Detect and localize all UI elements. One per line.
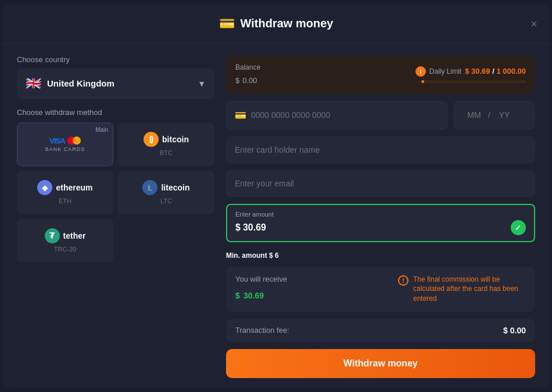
btc-sub: BTC	[160, 149, 173, 156]
eth-inner: ◆ ethereum	[37, 180, 92, 195]
card-icon: 💳	[219, 16, 235, 31]
min-amount: Min. amount $ 6	[226, 251, 535, 260]
country-select[interactable]: 🇬🇧 United Kingdom ▼	[17, 69, 214, 99]
btc-name: bitcoin	[162, 135, 189, 144]
email-field[interactable]	[226, 170, 535, 197]
main-badge: Main	[95, 127, 108, 133]
left-panel: Choose country 🇬🇧 United Kingdom ▼ Choos…	[17, 55, 214, 378]
method-grid: Main VISA BANK CARDS	[17, 123, 214, 262]
date-field[interactable]: /	[454, 101, 535, 130]
visa-mc-row: VISA	[49, 136, 80, 145]
card-number-input[interactable]	[251, 110, 439, 120]
card-input-icon: 💳	[235, 110, 246, 121]
balance-dollar: $	[235, 76, 239, 85]
progress-fill	[421, 80, 424, 83]
btc-inner: ₿ bitcoin	[144, 132, 189, 147]
fee-row: Transaction fee: $ 0.00	[226, 319, 535, 342]
tether-name: tether	[63, 231, 86, 240]
choose-country-label: Choose country	[17, 55, 214, 64]
balance-label: Balance	[235, 63, 260, 71]
btc-icon: ₿	[144, 132, 159, 147]
ltc-icon: Ł	[142, 180, 157, 195]
daily-limit-right: i Daily Limit $ 30.69 / 1 000.00	[415, 66, 526, 83]
warn-icon: !	[398, 275, 408, 286]
card-number-field[interactable]: 💳	[226, 101, 448, 130]
tether-inner: ₮ tether	[45, 228, 86, 243]
receive-left: You will receive $ 30.69	[235, 275, 287, 302]
tether-sub: TRC-20	[54, 246, 77, 253]
card-row: 💳 /	[226, 101, 535, 130]
daily-limit-value: $ 30.69 / 1 000.00	[465, 67, 526, 75]
eth-sub: ETH	[59, 197, 71, 204]
check-icon: ✓	[511, 220, 526, 235]
cardholder-field[interactable]	[226, 136, 535, 163]
withdraw-modal: 💳 Withdraw money × Choose country 🇬🇧 Uni…	[3, 5, 549, 388]
ltc-inner: Ł litecoin	[142, 180, 189, 195]
amount-label: Enter amount	[235, 211, 526, 218]
mastercard-icon	[67, 136, 81, 145]
amount-input-row: $ ✓	[235, 220, 526, 235]
method-card-tether[interactable]: ₮ tether TRC-20	[17, 219, 113, 262]
country-name: United Kingdom	[47, 78, 114, 88]
method-card-ltc[interactable]: Ł litecoin LTC	[118, 171, 214, 214]
month-input[interactable]	[463, 110, 486, 120]
right-panel: Balance $ 0.00 i Daily Limit $ 30.69 / 1…	[226, 55, 535, 378]
country-left: 🇬🇧 United Kingdom	[26, 76, 114, 91]
chevron-down-icon: ▼	[198, 79, 206, 88]
method-card-btc[interactable]: ₿ bitcoin BTC	[118, 123, 214, 166]
ltc-name: litecoin	[161, 183, 189, 192]
cardholder-input[interactable]	[235, 145, 526, 154]
withdraw-button[interactable]: Withdraw money	[226, 349, 535, 378]
country-flag: 🇬🇧	[26, 76, 41, 91]
daily-limit-top: i Daily Limit $ 30.69 / 1 000.00	[415, 66, 526, 77]
year-input[interactable]	[493, 110, 516, 120]
receive-label: You will receive	[235, 275, 287, 283]
balance-card: Balance $ 0.00 i Daily Limit $ 30.69 / 1…	[226, 55, 535, 94]
eth-icon: ◆	[37, 180, 52, 195]
eth-name: ethereum	[56, 183, 92, 192]
tether-icon: ₮	[45, 228, 60, 243]
ltc-sub: LTC	[160, 197, 172, 204]
method-card-bank[interactable]: Main VISA BANK CARDS	[17, 123, 113, 166]
balance-left: Balance $ 0.00	[235, 63, 260, 86]
fee-value: $ 0.00	[503, 326, 526, 335]
modal-title: 💳 Withdraw money	[219, 16, 334, 31]
amount-dollar: $	[235, 222, 241, 233]
modal-header: 💳 Withdraw money ×	[3, 5, 549, 44]
choose-method-label: Choose withdraw method	[17, 108, 214, 117]
method-card-eth[interactable]: ◆ ethereum ETH	[17, 171, 113, 214]
progress-bar	[421, 80, 526, 83]
amount-field[interactable]: Enter amount $ ✓	[226, 204, 535, 242]
balance-value: $ 0.00	[235, 74, 260, 86]
commission-text: The final commission will be calculated …	[413, 275, 526, 304]
bank-cards-text: BANK CARDS	[45, 146, 85, 152]
daily-limit-label: Daily Limit	[429, 67, 461, 75]
email-input[interactable]	[235, 179, 526, 188]
visa-text: VISA	[49, 136, 64, 145]
date-separator: /	[488, 110, 490, 120]
amount-input[interactable]	[243, 222, 511, 233]
info-icon: i	[415, 66, 426, 77]
visa-mc-group: VISA BANK CARDS	[45, 136, 85, 152]
balance-amount: 0.00	[242, 76, 257, 85]
modal-body: Choose country 🇬🇧 United Kingdom ▼ Choos…	[3, 44, 549, 388]
receive-value: $ 30.69	[235, 287, 287, 302]
close-button[interactable]: ×	[531, 18, 537, 30]
fee-label: Transaction fee:	[235, 326, 289, 335]
commission-note: ! The final commission will be calculate…	[398, 275, 526, 304]
modal-title-text: Withdraw money	[241, 17, 334, 30]
receive-box: You will receive $ 30.69 ! The final com…	[226, 267, 535, 312]
